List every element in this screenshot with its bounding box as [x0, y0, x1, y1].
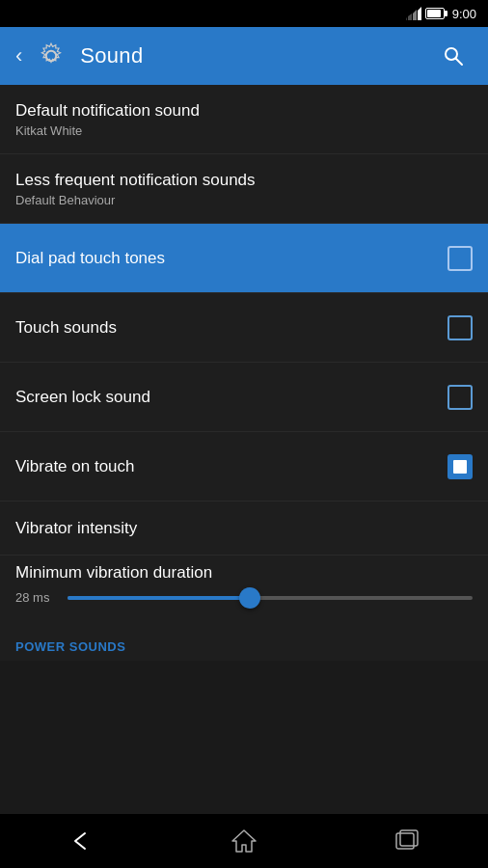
nav-back-icon	[68, 829, 95, 853]
svg-marker-1	[413, 10, 417, 20]
vibrate-on-touch-checkbox[interactable]	[447, 454, 473, 479]
setting-title-screen-lock: Screen lock sound	[15, 387, 447, 408]
gear-icon	[34, 39, 68, 73]
status-icons: 9:00	[406, 7, 476, 21]
svg-marker-7	[232, 830, 256, 852]
back-chevron-icon[interactable]: ‹	[15, 43, 22, 68]
setting-title-touch-sounds: Touch sounds	[15, 317, 447, 339]
nav-home-button[interactable]	[215, 822, 273, 860]
nav-recents-icon	[394, 829, 420, 853]
status-bar: 9:00	[0, 0, 488, 27]
setting-title-vibrator-intensity: Vibrator intensity	[15, 518, 473, 539]
power-sounds-label: POWER SOUNDS	[15, 639, 125, 654]
setting-title-dial-pad: Dial pad touch tones	[15, 248, 447, 269]
power-sounds-section-header: POWER SOUNDS	[0, 624, 488, 661]
slider-thumb[interactable]	[239, 587, 260, 609]
setting-default-notification-sound[interactable]: Default notification sound Kitkat White	[0, 85, 488, 154]
search-icon	[442, 44, 465, 68]
signal-icon	[406, 7, 421, 20]
slider-row: 28 ms	[15, 590, 473, 605]
touch-sounds-checkbox[interactable]	[447, 315, 473, 340]
setting-touch-sounds[interactable]: Touch sounds	[0, 293, 488, 363]
bottom-navigation	[0, 814, 488, 868]
nav-home-icon	[231, 829, 257, 853]
setting-subtitle-default-notification: Kitkat White	[15, 123, 473, 138]
dial-pad-checkbox[interactable]	[447, 246, 473, 271]
setting-vibrator-intensity[interactable]: Vibrator intensity	[0, 502, 488, 556]
setting-vibrate-on-touch[interactable]: Vibrate on touch	[0, 432, 488, 502]
app-bar-left: ‹ Sound	[15, 39, 434, 73]
settings-content: Default notification sound Kitkat White …	[0, 85, 488, 661]
battery-icon	[425, 8, 445, 19]
nav-recents-button[interactable]	[378, 822, 436, 860]
slider-fill	[68, 596, 250, 600]
setting-less-frequent-notification[interactable]: Less frequent notification sounds Defaul…	[0, 154, 488, 224]
svg-marker-0	[418, 7, 421, 20]
setting-title-vibrate-on-touch: Vibrate on touch	[15, 456, 447, 477]
slider-track[interactable]	[68, 596, 473, 600]
setting-dial-pad-touch-tones[interactable]: Dial pad touch tones	[0, 224, 488, 293]
slider-value: 28 ms	[15, 590, 56, 605]
svg-line-6	[456, 59, 463, 66]
app-bar: ‹ Sound	[0, 27, 488, 85]
setting-screen-lock-sound[interactable]: Screen lock sound	[0, 363, 488, 432]
search-button[interactable]	[434, 37, 473, 75]
slider-title: Minimum vibration duration	[15, 563, 473, 583]
svg-marker-3	[406, 17, 407, 20]
screen-lock-checkbox[interactable]	[447, 385, 473, 410]
nav-back-button[interactable]	[52, 822, 110, 860]
svg-marker-2	[408, 14, 412, 20]
app-title: Sound	[80, 43, 143, 68]
setting-subtitle-less-frequent: Default Behaviour	[15, 193, 473, 207]
setting-title-default-notification: Default notification sound	[15, 100, 473, 122]
setting-title-less-frequent: Less frequent notification sounds	[15, 170, 473, 191]
status-time: 9:00	[452, 7, 476, 21]
vibration-slider-section: Minimum vibration duration 28 ms	[0, 556, 488, 624]
